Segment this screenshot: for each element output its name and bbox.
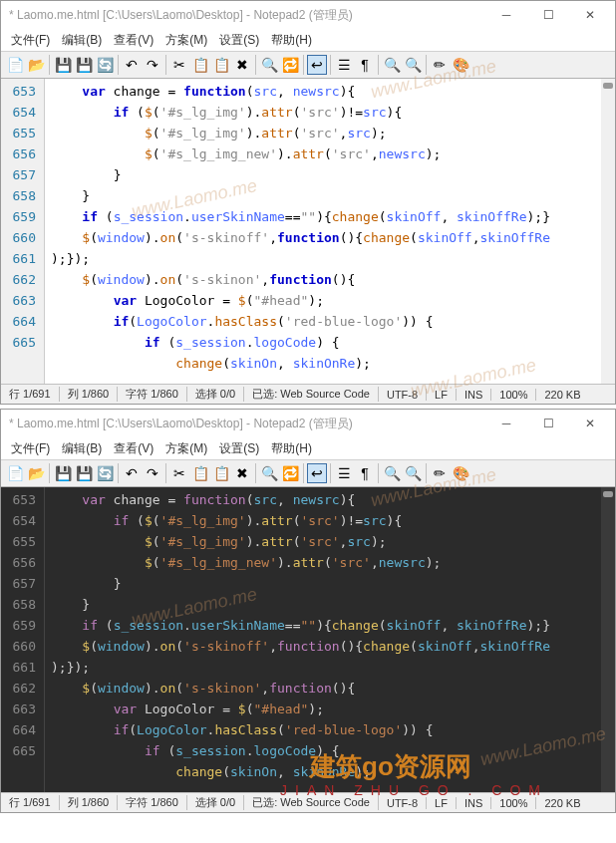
wrap-button[interactable]: ↩ xyxy=(307,463,327,483)
copy-button[interactable]: 📋 xyxy=(190,463,210,483)
minimize-button[interactable]: ─ xyxy=(485,412,527,435)
code-line[interactable]: $(window).on('s-skinoff',function(){chan… xyxy=(51,227,609,248)
menu-设置[interactable]: 设置(S) xyxy=(213,30,265,51)
code-line[interactable]: if ($('#s_lg_img').attr('src')!=src){ xyxy=(51,102,609,123)
saveas-button[interactable]: 💾 xyxy=(74,463,94,483)
status-zoom: 100% xyxy=(491,797,536,809)
settings-button[interactable]: ✏ xyxy=(430,463,450,483)
minimize-button[interactable]: ─ xyxy=(485,3,527,27)
numbers-button[interactable]: ☰ xyxy=(334,55,354,75)
undo-button[interactable]: ↶ xyxy=(122,463,142,483)
code-line[interactable]: change(skinOn, skinOnRe); xyxy=(51,353,609,374)
code-area[interactable]: var change = function(src, newsrc){ if (… xyxy=(45,487,615,792)
redo-button[interactable]: ↷ xyxy=(143,463,162,483)
window-title: * Laomo.me.html [C:\Users\Laomo\Desktop]… xyxy=(5,416,485,432)
code-line[interactable]: if (s_session.userSkinName==""){change(s… xyxy=(51,615,609,636)
code-line[interactable]: $('#s_lg_img').attr('src',src); xyxy=(51,531,609,552)
code-line[interactable]: $(window).on('s-skinon',function(){ xyxy=(51,678,609,699)
menu-帮助[interactable]: 帮助(H) xyxy=(265,438,318,459)
code-line[interactable]: var LogoColor = $("#head"); xyxy=(51,699,609,719)
statusbar: 行 1/691列 1/860字符 1/860选择 0/0已选: Web Sour… xyxy=(1,792,615,812)
code-line[interactable]: } xyxy=(51,164,609,185)
settings-button[interactable]: ✏ xyxy=(430,55,450,75)
code-editor[interactable]: 653654655656657658659660661662663664665 … xyxy=(1,487,615,792)
replace-button[interactable]: 🔁 xyxy=(280,55,300,75)
statusbar: 行 1/691列 1/860字符 1/860选择 0/0已选: Web Sour… xyxy=(1,384,615,404)
find-button[interactable]: 🔍 xyxy=(259,463,279,483)
close-button[interactable]: ✕ xyxy=(569,3,611,27)
zoomout-button[interactable]: 🔍 xyxy=(403,55,423,75)
open-button[interactable]: 📂 xyxy=(26,55,46,75)
code-line[interactable]: );}); xyxy=(51,657,609,678)
zoomout-button[interactable]: 🔍 xyxy=(403,463,423,483)
save-button[interactable]: 💾 xyxy=(53,463,73,483)
code-line[interactable]: $('#s_lg_img_new').attr('src',newsrc); xyxy=(51,552,609,573)
new-button[interactable]: 📄 xyxy=(5,55,25,75)
menu-设置[interactable]: 设置(S) xyxy=(213,438,265,459)
menu-编辑[interactable]: 编辑(B) xyxy=(56,438,108,459)
delete-button[interactable]: ✖ xyxy=(232,55,252,75)
redo-button[interactable]: ↷ xyxy=(143,55,162,75)
vertical-scrollbar[interactable] xyxy=(601,487,615,792)
menu-编辑[interactable]: 编辑(B) xyxy=(56,30,108,51)
code-line[interactable]: } xyxy=(51,573,609,594)
scheme-button[interactable]: 🎨 xyxy=(451,55,470,75)
status-chars: 字符 1/860 xyxy=(118,795,187,810)
zoomin-button[interactable]: 🔍 xyxy=(382,463,402,483)
code-line[interactable]: if (s_session.logoCode) { xyxy=(51,332,609,353)
copy-button[interactable]: 📋 xyxy=(190,55,210,75)
code-line[interactable]: if (s_session.userSkinName==""){change(s… xyxy=(51,206,609,227)
menu-方案[interactable]: 方案(M) xyxy=(159,30,213,51)
code-line[interactable]: );}); xyxy=(51,248,609,269)
find-button[interactable]: 🔍 xyxy=(259,55,279,75)
code-line[interactable]: var change = function(src, newsrc){ xyxy=(51,489,609,510)
cut-button[interactable]: ✂ xyxy=(169,463,189,483)
code-line[interactable]: if ($('#s_lg_img').attr('src')!=src){ xyxy=(51,510,609,531)
menu-方案[interactable]: 方案(M) xyxy=(159,438,213,459)
ws-button[interactable]: ¶ xyxy=(355,55,375,75)
menu-查看[interactable]: 查看(V) xyxy=(108,30,159,51)
revert-button[interactable]: 🔄 xyxy=(95,55,115,75)
status-col: 列 1/860 xyxy=(60,387,119,402)
save-button[interactable]: 💾 xyxy=(53,55,73,75)
code-line[interactable]: $('#s_lg_img').attr('src',src); xyxy=(51,123,609,143)
saveas-button[interactable]: 💾 xyxy=(74,55,94,75)
code-line[interactable]: if (s_session.logoCode) { xyxy=(51,740,609,761)
code-line[interactable]: $(window).on('s-skinoff',function(){chan… xyxy=(51,636,609,657)
paste-button[interactable]: 📋 xyxy=(211,463,231,483)
code-line[interactable]: change(skinOn, skinOnRe); xyxy=(51,761,609,782)
new-button[interactable]: 📄 xyxy=(5,463,25,483)
code-line[interactable]: var LogoColor = $("#head"); xyxy=(51,290,609,311)
open-button[interactable]: 📂 xyxy=(26,463,46,483)
code-line[interactable]: $('#s_lg_img_new').attr('src',newsrc); xyxy=(51,143,609,164)
code-line[interactable]: $(window).on('s-skinon',function(){ xyxy=(51,269,609,290)
maximize-button[interactable]: ☐ xyxy=(527,3,569,27)
status-enc: 已选: Web Source Code xyxy=(244,795,379,810)
code-line[interactable]: } xyxy=(51,594,609,615)
menu-帮助[interactable]: 帮助(H) xyxy=(265,30,318,51)
ws-button[interactable]: ¶ xyxy=(355,463,375,483)
vertical-scrollbar[interactable] xyxy=(601,79,615,384)
numbers-button[interactable]: ☰ xyxy=(334,463,354,483)
code-line[interactable]: } xyxy=(51,185,609,206)
menu-文件[interactable]: 文件(F) xyxy=(5,30,56,51)
delete-button[interactable]: ✖ xyxy=(232,463,252,483)
undo-button[interactable]: ↶ xyxy=(122,55,142,75)
replace-button[interactable]: 🔁 xyxy=(280,463,300,483)
zoomin-button[interactable]: 🔍 xyxy=(382,55,402,75)
code-area[interactable]: var change = function(src, newsrc){ if (… xyxy=(45,79,615,384)
menu-文件[interactable]: 文件(F) xyxy=(5,438,56,459)
maximize-button[interactable]: ☐ xyxy=(527,412,569,435)
wrap-button[interactable]: ↩ xyxy=(307,55,327,75)
code-editor[interactable]: 653654655656657658659660661662663664665 … xyxy=(1,79,615,384)
code-line[interactable]: if(LogoColor.hasClass('red-blue-logo')) … xyxy=(51,311,609,332)
scheme-button[interactable]: 🎨 xyxy=(451,463,470,483)
menu-查看[interactable]: 查看(V) xyxy=(108,438,159,459)
paste-button[interactable]: 📋 xyxy=(211,55,231,75)
titlebar: * Laomo.me.html [C:\Users\Laomo\Desktop]… xyxy=(1,410,615,437)
code-line[interactable]: if(LogoColor.hasClass('red-blue-logo')) … xyxy=(51,719,609,740)
cut-button[interactable]: ✂ xyxy=(169,55,189,75)
code-line[interactable]: var change = function(src, newsrc){ xyxy=(51,81,609,102)
revert-button[interactable]: 🔄 xyxy=(95,463,115,483)
close-button[interactable]: ✕ xyxy=(569,412,611,435)
